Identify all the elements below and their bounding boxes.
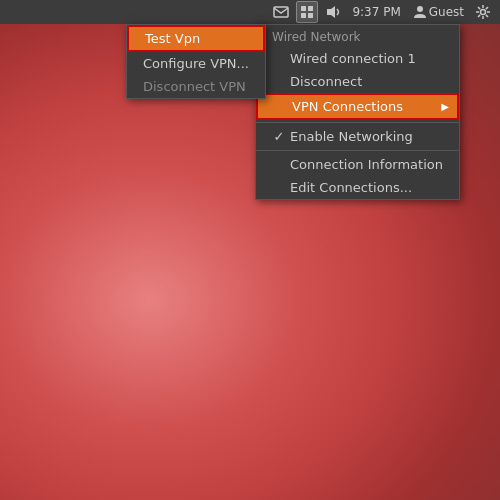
panel-items: 9:37 PM Guest bbox=[270, 1, 494, 23]
svg-marker-5 bbox=[327, 6, 335, 18]
checkmark-icon: ✓ bbox=[272, 129, 286, 144]
check-placeholder bbox=[272, 157, 286, 172]
svg-rect-3 bbox=[301, 13, 306, 18]
connection-information-item[interactable]: Connection Information bbox=[256, 153, 459, 176]
menu-separator-2 bbox=[256, 150, 459, 151]
gear-icon[interactable] bbox=[472, 1, 494, 23]
panel-time: 9:37 PM bbox=[348, 5, 404, 19]
wired-connection-1-item[interactable]: Wired connection 1 bbox=[256, 47, 459, 70]
check-placeholder bbox=[272, 74, 286, 89]
check-placeholder bbox=[274, 99, 288, 114]
svg-rect-2 bbox=[308, 6, 313, 11]
panel-user[interactable]: Guest bbox=[409, 5, 468, 19]
disconnect-item[interactable]: Disconnect bbox=[256, 70, 459, 93]
edit-connections-item[interactable]: Edit Connections... bbox=[256, 176, 459, 199]
test-vpn-item[interactable]: Test Vpn bbox=[127, 25, 265, 52]
svg-point-7 bbox=[481, 10, 486, 15]
check-placeholder bbox=[272, 51, 286, 66]
svg-rect-0 bbox=[274, 7, 288, 17]
email-icon[interactable] bbox=[270, 1, 292, 23]
disconnect-vpn-item[interactable]: Disconnect VPN bbox=[127, 75, 265, 98]
svg-rect-4 bbox=[308, 13, 313, 18]
enable-networking-item[interactable]: ✓ Enable Networking bbox=[256, 125, 459, 148]
configure-vpn-item[interactable]: Configure VPN... bbox=[127, 52, 265, 75]
main-dropdown: Wired Network Wired connection 1 Disconn… bbox=[255, 24, 460, 200]
wired-network-header: Wired Network bbox=[256, 25, 459, 47]
volume-icon[interactable] bbox=[322, 1, 344, 23]
desktop: 9:37 PM Guest Wired Network bbox=[0, 0, 500, 500]
network-icon[interactable] bbox=[296, 1, 318, 23]
vpn-sub-menu: Test Vpn Configure VPN... Disconnect VPN bbox=[126, 24, 266, 99]
svg-point-6 bbox=[417, 6, 423, 12]
svg-rect-1 bbox=[301, 6, 306, 11]
vpn-connections-item[interactable]: VPN Connections bbox=[256, 93, 459, 120]
check-placeholder bbox=[272, 180, 286, 195]
top-panel: 9:37 PM Guest bbox=[0, 0, 500, 24]
menu-separator-1 bbox=[256, 122, 459, 123]
